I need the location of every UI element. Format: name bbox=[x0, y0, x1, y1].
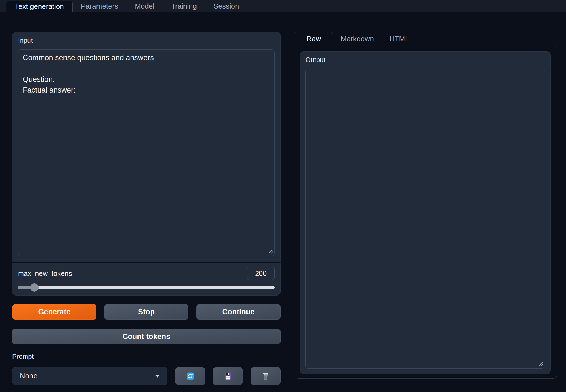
input-textarea[interactable]: Common sense questions and answers Quest… bbox=[18, 49, 275, 256]
tab-label: Parameters bbox=[81, 2, 118, 11]
tab-label: Model bbox=[135, 2, 154, 11]
output-tab-bar: Raw Markdown HTML bbox=[295, 32, 557, 46]
max-new-tokens-block: max_new_tokens bbox=[12, 262, 281, 296]
tab-label: Markdown bbox=[341, 35, 374, 43]
refresh-icon bbox=[187, 372, 194, 380]
prompt-label: Prompt bbox=[12, 353, 281, 360]
tab-label: Raw bbox=[307, 35, 321, 43]
tab-label: Training bbox=[171, 2, 197, 11]
output-label: Output bbox=[305, 56, 545, 64]
slider-track[interactable] bbox=[18, 286, 275, 289]
tab-model[interactable]: Model bbox=[126, 0, 163, 12]
prompt-dropdown-value: None bbox=[20, 372, 38, 380]
input-label: Input bbox=[18, 37, 275, 44]
output-textarea[interactable] bbox=[305, 69, 545, 369]
floppy-disk-icon bbox=[224, 372, 232, 380]
continue-button[interactable]: Continue bbox=[196, 304, 281, 320]
text-generation-webui: Text generation Parameters Model Trainin… bbox=[0, 0, 566, 392]
count-tokens-button[interactable]: Count tokens bbox=[12, 329, 281, 344]
tab-training[interactable]: Training bbox=[163, 0, 205, 12]
tab-html[interactable]: HTML bbox=[382, 32, 417, 46]
trash-icon bbox=[262, 372, 269, 380]
tab-parameters[interactable]: Parameters bbox=[73, 0, 126, 12]
stop-button[interactable]: Stop bbox=[104, 304, 188, 320]
max-new-tokens-number-input[interactable] bbox=[247, 267, 275, 280]
refresh-prompt-button[interactable] bbox=[175, 367, 205, 385]
tab-text-generation[interactable]: Text generation bbox=[6, 1, 73, 12]
output-panel: Output bbox=[300, 51, 551, 374]
tab-label: Session bbox=[213, 2, 239, 11]
max-new-tokens-label: max_new_tokens bbox=[18, 269, 72, 278]
max-new-tokens-slider[interactable] bbox=[18, 283, 275, 292]
chevron-down-icon bbox=[155, 375, 160, 378]
tab-raw[interactable]: Raw bbox=[295, 32, 333, 46]
tab-markdown[interactable]: Markdown bbox=[333, 32, 382, 46]
main-tab-bar: Text generation Parameters Model Trainin… bbox=[0, 0, 566, 12]
tab-session[interactable]: Session bbox=[205, 0, 248, 12]
prompt-dropdown[interactable]: None bbox=[12, 367, 167, 385]
output-tab-content: Output bbox=[295, 46, 557, 379]
input-column: Input Common sense questions and answers… bbox=[12, 32, 281, 385]
delete-prompt-button[interactable] bbox=[251, 367, 281, 385]
generate-button[interactable]: Generate bbox=[12, 304, 96, 320]
tab-label: HTML bbox=[389, 35, 409, 43]
save-prompt-button[interactable] bbox=[213, 367, 243, 385]
output-column: Raw Markdown HTML Output bbox=[295, 32, 557, 379]
input-panel: Input Common sense questions and answers… bbox=[12, 32, 281, 262]
slider-handle[interactable] bbox=[30, 283, 39, 292]
tab-label: Text generation bbox=[15, 2, 64, 11]
